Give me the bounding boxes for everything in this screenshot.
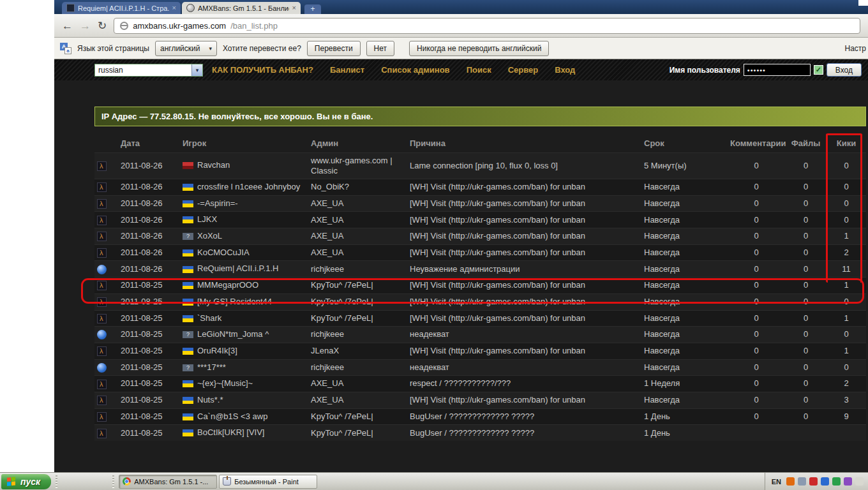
- ban-comments: 0: [728, 408, 785, 425]
- language-indicator[interactable]: EN: [770, 478, 783, 486]
- column-header-7: Кики: [827, 135, 866, 152]
- site-menu-item[interactable]: Вход: [555, 65, 575, 75]
- start-button[interactable]: пуск: [1, 474, 51, 489]
- ban-date: 2011-08-25: [118, 343, 180, 359]
- ban-admin: richjkeee: [308, 327, 407, 343]
- tab-close-icon[interactable]: ×: [292, 4, 296, 11]
- site-login-button[interactable]: Вход: [827, 63, 862, 77]
- ban-player: BoCtIk[UKR] [VIV]: [180, 425, 308, 441]
- ban-date: 2011-08-26: [118, 152, 180, 179]
- tab-title: Requiem| ACII.i.P.1.H - Стра...: [78, 4, 169, 12]
- new-tab-button[interactable]: +: [304, 4, 321, 14]
- translate-no-button[interactable]: Нет: [366, 41, 394, 56]
- ban-term: Навсегда: [641, 261, 728, 278]
- ban-row[interactable]: 2011-08-25[My-GS] Resident44KpyTou^ /7eP…: [94, 293, 866, 310]
- display-settings-icon[interactable]: [798, 477, 806, 486]
- ban-admin: www.ukr-games.com | Classic: [308, 152, 407, 179]
- ban-comments: 0: [728, 278, 785, 294]
- taskbar-task-button[interactable]: Безымянный - Paint: [219, 475, 317, 489]
- ban-player: KoCMOCuJIA: [180, 244, 308, 261]
- ban-comments: 0: [728, 343, 785, 359]
- site-menu-item[interactable]: Список админов: [381, 65, 449, 75]
- taskbar-task-button[interactable]: AMXBans: Gm 1.5.1 -...: [119, 475, 217, 489]
- ban-term: Навсегда: [641, 392, 728, 408]
- password-field[interactable]: ••••••: [744, 64, 811, 76]
- ban-row[interactable]: 2011-08-25`SharkKpyTou^ /7ePeL|[WH] Visi…: [94, 310, 866, 327]
- security-center-icon[interactable]: [786, 477, 795, 486]
- ban-kicks: 0: [827, 179, 866, 196]
- site-menu-item[interactable]: Банлист: [330, 65, 364, 75]
- site-menu-item[interactable]: Поиск: [467, 65, 491, 75]
- ban-row[interactable]: 2011-08-25~{ex}~{Music]~AXE_UArespect / …: [94, 376, 866, 392]
- ban-row[interactable]: 2011-08-26LJKXAXE_UA[WH] Visit (http://u…: [94, 212, 866, 228]
- ban-files: 0: [785, 261, 827, 278]
- ban-kicks: 3: [827, 392, 866, 408]
- translate-language-dropdown[interactable]: английский ▾: [155, 41, 217, 56]
- tab-close-icon[interactable]: ×: [172, 4, 176, 11]
- ban-reason: BugUser / ????????????? ?????: [407, 425, 641, 441]
- ban-row[interactable]: 2011-08-26-=Aspirin=-AXE_UA[WH] Visit (h…: [94, 195, 866, 212]
- ban-row[interactable]: 2011-08-26?XoXoLAXE_UA[WH] Visit (http:/…: [94, 228, 866, 245]
- taskbar-grip: [56, 475, 57, 488]
- taskbar: пуск AMXBans: Gm 1.5.1 -...Безымянный - …: [0, 472, 868, 490]
- ban-files: 0: [785, 278, 827, 294]
- messenger-icon[interactable]: [844, 477, 852, 486]
- ban-player: MMMegaprOOO: [180, 278, 308, 294]
- ban-comments: 0: [728, 261, 785, 278]
- ban-files: 0: [785, 152, 827, 179]
- ban-kicks: 1: [827, 343, 866, 359]
- ban-row[interactable]: 2011-08-25OruR4Ik[3]JLenaX[WH] Visit (ht…: [94, 343, 866, 359]
- ban-row[interactable]: 2011-08-25?***17***richjkeeeнеадекватНав…: [94, 359, 866, 376]
- tray-misc-icon[interactable]: [855, 477, 864, 486]
- browser-tab[interactable]: Requiem| ACII.i.P.1.H - Стра...×: [62, 2, 181, 14]
- site-language-select[interactable]: russian ▾: [94, 64, 203, 77]
- ban-row[interactable]: 2011-08-25BoCtIk[UKR] [VIV]KpyTou^ /7ePe…: [94, 425, 866, 441]
- ban-row[interactable]: 2011-08-26crossfire l n1ceee JohnyboyNo_…: [94, 179, 866, 196]
- site-menu-item[interactable]: Сервер: [508, 65, 539, 75]
- ban-reason: Неуважение администрации: [407, 261, 641, 278]
- ban-term: 1 День: [641, 408, 728, 425]
- ban-admin: AXE_UA: [308, 244, 407, 261]
- ban-row[interactable]: 2011-08-25?LeGioN*tm_Joma ^richjkeeeнеад…: [94, 327, 866, 343]
- volume-icon[interactable]: [832, 477, 841, 486]
- address-bar[interactable]: amxbans.ukr-games.com/ban_list.php: [114, 18, 860, 34]
- game-ban-icon: [97, 248, 107, 258]
- country-flag-icon: [183, 348, 193, 355]
- ban-row[interactable]: 2011-08-26KoCMOCuJIAAXE_UA[WH] Visit (ht…: [94, 244, 866, 261]
- browser-tab[interactable]: AMXBans: Gm 1.5.1 - Банлист×: [182, 2, 301, 14]
- ban-date: 2011-08-25: [118, 359, 180, 376]
- country-flag-icon: ?: [183, 331, 193, 338]
- column-header-3: Причина: [407, 135, 641, 152]
- ban-row[interactable]: 2011-08-26Ravchanwww.ukr-games.com | Cla…: [94, 152, 866, 179]
- translate-button[interactable]: Перевести: [307, 41, 361, 56]
- ban-row[interactable]: 2011-08-26ReQuiem| ACII.i.P.1.Hrichjkeee…: [94, 261, 866, 278]
- ban-reason: [WH] Visit (http://ukr-games.com/ban) fo…: [407, 310, 641, 327]
- antivirus-icon[interactable]: [809, 477, 818, 486]
- ban-player: ReQuiem| ACII.i.P.1.H: [180, 261, 308, 278]
- page-content: russian ▾ КАК ПОЛУЧИТЬ АНБАН?БанлистСпис…: [54, 59, 868, 472]
- ban-admin: JLenaX: [308, 343, 407, 359]
- never-translate-button[interactable]: Никогда не переводить английский: [409, 41, 549, 56]
- ban-comments: 0: [728, 327, 785, 343]
- reload-icon[interactable]: ↻: [98, 20, 107, 31]
- ban-files: 0: [785, 392, 827, 408]
- forward-icon[interactable]: →: [80, 20, 91, 31]
- ban-row[interactable]: 2011-08-25Nuts*.*AXE_UA[WH] Visit (http:…: [94, 392, 866, 408]
- ban-comments: 0: [728, 195, 785, 212]
- ban-comments: 0: [728, 228, 785, 245]
- ban-row[interactable]: 2011-08-25MMMegaprOOOKpyTou^ /7ePeL|[WH]…: [94, 278, 866, 294]
- translate-settings-link[interactable]: Настр: [844, 44, 866, 53]
- ban-date: 2011-08-26: [118, 244, 180, 261]
- game-ban-icon: [97, 199, 107, 209]
- remember-checkbox[interactable]: ✓: [814, 65, 823, 75]
- select-arrow-icon: ▾: [191, 64, 202, 76]
- ban-admin: AXE_UA: [308, 212, 407, 228]
- ban-files: 0: [785, 408, 827, 425]
- ban-date: 2011-08-25: [118, 278, 180, 294]
- site-menu-item[interactable]: КАК ПОЛУЧИТЬ АНБАН?: [212, 65, 313, 75]
- ban-files: 0: [785, 179, 827, 196]
- back-icon[interactable]: ←: [62, 20, 73, 31]
- network-icon[interactable]: [821, 477, 829, 486]
- ban-row[interactable]: 2011-08-25Ca`n@b1S <3 awpKpyTou^ /7ePeL|…: [94, 408, 866, 425]
- ban-files: 0: [785, 244, 827, 261]
